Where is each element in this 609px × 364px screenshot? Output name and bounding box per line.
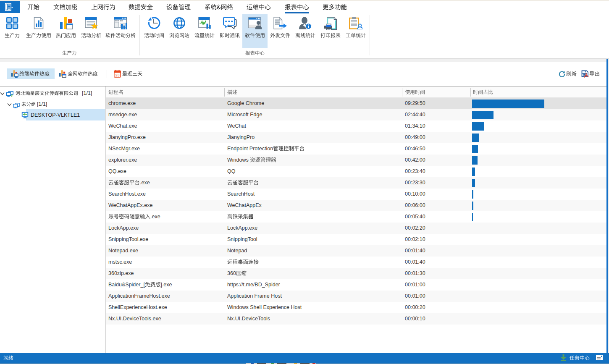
svg-text:23: 23 <box>115 73 119 77</box>
